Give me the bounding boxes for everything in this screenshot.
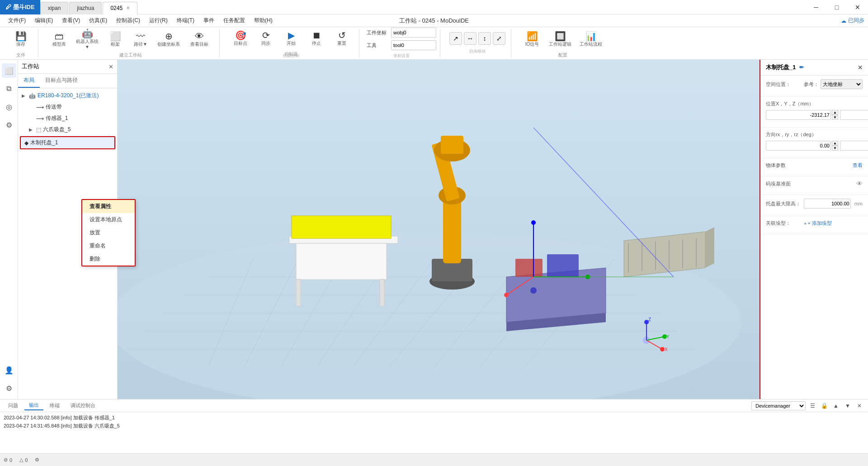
tab-0245[interactable]: 0245 ✕ [103, 2, 137, 14]
menu-file[interactable]: 文件(F) [4, 16, 30, 25]
maximize-button[interactable]: □ [826, 0, 847, 14]
tree-item-pallet[interactable]: ◆ 木制托盘_1 [20, 136, 115, 149]
model-library-button[interactable]: 🗃 模型库 [47, 29, 71, 50]
dir-rx-down[interactable]: ▼ [832, 146, 838, 151]
log-tab-terminal[interactable]: 终端 [45, 401, 64, 410]
add-type-button[interactable]: + + 添加垛型 [804, 220, 832, 227]
menu-controller[interactable]: 控制器(C) [112, 16, 145, 25]
panel-close-icon[interactable]: ✕ [108, 63, 113, 70]
tree-item-robot[interactable]: ▶ 🤖 ER180-4-3200_1(已激活) [18, 90, 117, 101]
log-list-icon[interactable]: ☰ [807, 401, 817, 411]
start-button[interactable]: ▶ 开始 [279, 28, 303, 49]
tree-item-suction[interactable]: ▶ ⬚ 六爪吸盘_5 [18, 124, 117, 135]
menu-run[interactable]: 运行(R) [145, 16, 172, 25]
right-panel-close[interactable]: ✕ [858, 64, 863, 71]
object-params-link[interactable]: 查看 [853, 162, 863, 169]
sidebar-layout-icon[interactable]: ⬜ [2, 63, 16, 78]
ctx-set-origin[interactable]: 设置本地原点 [82, 213, 135, 226]
menu-event[interactable]: 事件 [199, 16, 219, 25]
close-button[interactable]: ✕ [847, 0, 868, 14]
log-dropdown[interactable]: Devicemanager [751, 401, 806, 410]
move-icon-2[interactable]: ↔ [464, 32, 476, 45]
frame-button[interactable]: ⬜ 框架 [104, 29, 127, 50]
pos-y-input[interactable] [840, 110, 868, 120]
sidebar-target-icon[interactable]: ◎ [2, 100, 16, 114]
menu-terminal[interactable]: 终端(T) [172, 16, 199, 25]
view-target-button[interactable]: 👁 查看目标 [185, 29, 214, 50]
menu-task[interactable]: 任务配置 [219, 16, 250, 25]
tab-close-icon[interactable]: ✕ [126, 5, 130, 10]
related-type-row: 关联垛型： + + 添加垛型 [766, 220, 863, 227]
sensor-label: 传感器_1 [46, 114, 113, 122]
pos-x-input[interactable] [766, 110, 831, 120]
reset-icon: ↺ [338, 31, 346, 40]
create-coord-button[interactable]: ⊕ 创建坐标系 [154, 29, 183, 50]
tab-xipan[interactable]: xipan [40, 2, 69, 14]
tree-item-conveyor[interactable]: ⟶ 传送带 [18, 101, 117, 113]
tab-layout[interactable]: 布局 [18, 74, 40, 88]
log-tab-problems[interactable]: 问题 [4, 401, 23, 410]
ctx-view-props[interactable]: 查看属性 [82, 200, 135, 213]
move-icon-1[interactable]: ↗ [449, 32, 462, 45]
edit-icon[interactable]: ✏ [799, 64, 804, 71]
station-logic-button[interactable]: 🔲 工作站逻辑 [546, 29, 575, 50]
log-tab-debug[interactable]: 调试控制台 [66, 401, 100, 410]
log-lock-icon[interactable]: 🔒 [819, 401, 829, 411]
reset-button[interactable]: ↺ 重置 [330, 28, 354, 49]
sidebar-copy-icon[interactable]: ⧉ [2, 81, 16, 96]
ctx-delete[interactable]: 删除 [82, 252, 135, 266]
save-button[interactable]: 💾 保存 [9, 29, 33, 50]
path-button[interactable]: 〰 路径▼ [129, 29, 152, 50]
target-point-button[interactable]: 🎯 目标点 [229, 28, 252, 49]
status-warning: △ 0 [19, 457, 28, 463]
sync-controller-button[interactable]: ⟳ 同步 [254, 28, 278, 49]
position-inputs-row: ▲ ▼ ▲ ▼ ▲ ▼ [766, 110, 863, 120]
log-up-icon[interactable]: ▲ [831, 401, 841, 411]
pallet-base-row: 码垛基准面 👁 [766, 180, 863, 187]
max-height-input[interactable] [804, 199, 851, 209]
log-tab-output[interactable]: 输出 [24, 401, 43, 410]
stop-button[interactable]: ⏹ 停止 [305, 28, 328, 49]
ctx-rename[interactable]: 重命名 [82, 239, 135, 252]
move-icon-3[interactable]: ↕ [478, 32, 491, 45]
target-point-icon: 🎯 [235, 31, 246, 40]
log-down-icon[interactable]: ▼ [843, 401, 853, 411]
pos-x-down[interactable]: ▼ [832, 115, 838, 120]
pos-x-up[interactable]: ▲ [832, 110, 838, 115]
station-flow-button[interactable]: 📊 工作站流程 [576, 29, 605, 50]
svg-rect-18 [380, 279, 384, 306]
dir-ry-input[interactable] [840, 141, 868, 151]
io-signal-button[interactable]: 📶 IO信号 [520, 29, 544, 50]
pallet-base-label: 码垛基准面 [766, 181, 802, 187]
build-buttons: 🗃 模型库 🤖 机器人系统▼ ⬜ 框架 〰 路径▼ ⊕ 创建坐标系 👁 查看目 [47, 29, 214, 50]
tree-item-sensor[interactable]: ⟶ 传感器_1 [18, 113, 117, 124]
main-area: ⬜ ⧉ ◎ ⚙ 👤 ⚙ 工作站 ✕ 布局 目标点与路径 ▶ 🤖 ER180-4-… [0, 60, 868, 399]
tool-input[interactable] [391, 40, 436, 50]
sidebar-gear-icon[interactable]: ⚙ [2, 118, 16, 132]
pos-y-group: ▲ ▼ [840, 110, 868, 120]
eye-icon[interactable]: 👁 [856, 180, 863, 187]
tab-targets[interactable]: 目标点与路径 [40, 74, 83, 88]
dir-rx-input[interactable] [766, 141, 831, 151]
status-gear[interactable]: ⚙ [35, 457, 39, 463]
workobj-input[interactable] [391, 28, 436, 38]
move-icon-4[interactable]: ⤢ [493, 32, 505, 45]
sync-button[interactable]: ☁ 已同步 [841, 17, 864, 24]
ctx-place[interactable]: 放置 [82, 226, 135, 239]
minimize-button[interactable]: ─ [806, 0, 826, 14]
tab-jiazhua[interactable]: jiazhua [69, 2, 102, 14]
robot-system-button[interactable]: 🤖 机器人系统▼ [73, 29, 102, 50]
sidebar-user-icon[interactable]: 👤 [2, 363, 16, 377]
menu-view[interactable]: 查看(V) [57, 16, 85, 25]
menu-help[interactable]: 帮助(H) [250, 16, 277, 25]
build-group-label: 建立工作站 [119, 52, 142, 58]
svg-point-36 [530, 287, 537, 294]
log-close-icon[interactable]: ✕ [854, 401, 864, 411]
menu-simulate[interactable]: 仿真(E) [85, 16, 112, 25]
menu-edit[interactable]: 编辑(E) [30, 16, 57, 25]
max-height-unit: mm [854, 201, 863, 206]
sidebar-settings-icon[interactable]: ⚙ [2, 381, 16, 395]
viewport[interactable]: ⬚ ◧ ⬛ ✦ ✦ ⁞ ⁞ ⬜ ⬛ ◩ ⬚ ⬜ ◩ ⬛ ⚊ ▲ ◉ ⬤ 🔨 [118, 60, 760, 399]
dir-rx-up[interactable]: ▲ [832, 141, 838, 146]
reference-select[interactable]: 大地坐标 [821, 79, 863, 89]
